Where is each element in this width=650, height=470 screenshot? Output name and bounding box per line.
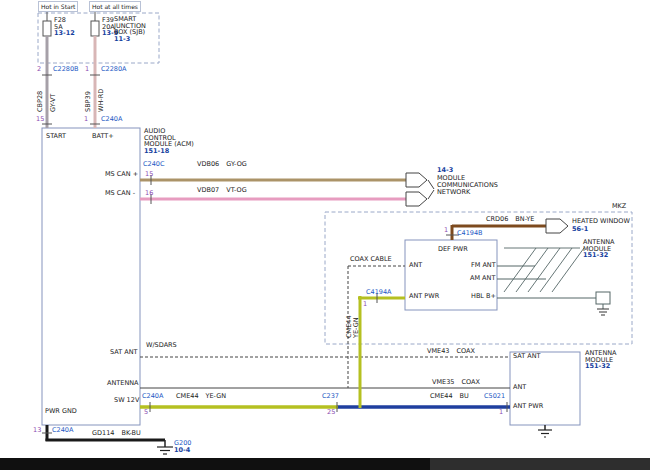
- mkz-module-pin-hbl: HBL B+: [471, 293, 496, 300]
- wire-label-cme44-bu: CME44BU: [430, 393, 469, 400]
- wire-circuit: VME43: [427, 347, 449, 355]
- network-arrow-icon: [406, 192, 427, 206]
- wire-color-sbp39: WH-RD: [98, 89, 105, 112]
- wire-color-cbp28: GY-VT: [50, 94, 57, 112]
- acm-pin-ms-can-lo: MS CAN -: [105, 190, 135, 197]
- wire-color-code: COAX: [456, 347, 474, 355]
- pin-number: 1: [363, 301, 367, 308]
- antenna-module-pin-ant: ANT: [513, 384, 526, 391]
- heated-window-arrow-icon: [546, 219, 568, 233]
- connector-c4194b: C4194B: [457, 230, 483, 237]
- acm-pin-batt: BATT+: [92, 133, 114, 140]
- wire-circuit: CME44: [430, 392, 453, 400]
- wire-label-vdb06: VDB06GY-OG: [197, 161, 247, 168]
- network-arrow-icon: [406, 173, 427, 187]
- mkz-module-pin-fm-ant: FM ANT: [471, 262, 496, 269]
- wire-label-vdb07: VDB07VT-OG: [197, 187, 247, 194]
- wire-color-code: GY-OG: [226, 160, 247, 168]
- network-label-3: NETWORK: [437, 189, 470, 196]
- connector-c2280b: C2280B: [53, 66, 79, 73]
- heated-window-page-ref: 56-1: [572, 226, 588, 233]
- pin-number: 2: [37, 66, 41, 73]
- wire-circuit: CRD06: [486, 215, 508, 223]
- wire-circuit: VDB06: [197, 160, 219, 168]
- wire-color-code: BN-YE: [515, 215, 534, 223]
- antenna-grid-icon: [504, 248, 584, 292]
- pin-number: 1: [85, 66, 89, 73]
- fuse-icon: [91, 21, 99, 36]
- hot-in-start-label: Hot in Start: [38, 1, 78, 12]
- wire-color-code: YE-GN: [206, 392, 227, 400]
- wire-label-vme35: VME35COAX: [432, 379, 480, 386]
- connector-c2280a: C2280A: [101, 66, 127, 73]
- pin-number: 15: [36, 116, 44, 123]
- connector-c240a: C240A: [101, 116, 122, 123]
- wire-color-code: BU: [460, 392, 469, 400]
- mkz-module-pin-ant-pwr: ANT PWR: [409, 293, 439, 300]
- acm-pin-sat-ant: SAT ANT: [110, 349, 138, 356]
- antenna-module-pin-sat-ant: SAT ANT: [513, 353, 541, 360]
- wire-label-cme44-yegn: CME44YE-GN: [176, 393, 226, 400]
- wire-label-gd114: GD114BK-BU: [92, 430, 141, 437]
- wire-circuit: VME35: [432, 378, 454, 386]
- wire-label-crd06: CRD06BN-YE: [486, 216, 534, 223]
- connector-c237: C237: [322, 393, 339, 400]
- wire-color-code: BK-BU: [121, 429, 140, 437]
- wire-color-cme44-vertical: YE-GN: [353, 317, 360, 338]
- sdars-option-label: W/SDARS: [146, 342, 177, 349]
- wire-color-code: COAX: [461, 378, 479, 386]
- wire-color-code: VT-OG: [226, 186, 247, 194]
- connector-c240c: C240C: [143, 161, 164, 168]
- heated-window-label: HEATED WINDOW: [572, 218, 630, 225]
- pin-number: 13: [33, 427, 41, 434]
- mkz-module-page-ref: 151-32: [583, 252, 608, 259]
- pin-number: 25: [327, 409, 335, 416]
- ms-can-bus: [140, 173, 434, 206]
- connector-c5021: C5021: [484, 393, 505, 400]
- pin-number: 15: [145, 171, 153, 178]
- acm-pin-pwr-gnd: PWR GND: [45, 408, 77, 415]
- hot-at-all-times-label: Hot at all times: [89, 1, 141, 12]
- pin-number: 1: [499, 409, 503, 416]
- acm-pin-ms-can-hi: MS CAN +: [105, 171, 138, 178]
- connector-c4194a: C4194A: [366, 289, 392, 296]
- pin-number: 1: [444, 227, 448, 234]
- mkz-module-pin-ant: ANT: [409, 262, 422, 269]
- mkz-module-pin-def-pwr: DEF PWR: [438, 246, 468, 253]
- antenna-module-page-ref: 151-32: [585, 363, 610, 370]
- wire-label-cbp28: CBP28: [37, 91, 44, 112]
- wire-label-sbp39: SBP39: [85, 91, 92, 112]
- wire-circuit: VDB07: [197, 186, 219, 194]
- fuse-icon: [43, 21, 51, 36]
- wire-circuit: GD114: [92, 429, 114, 437]
- acm-pin-antenna: ANTENNA: [107, 380, 139, 387]
- mkz-module-pin-am-ant: AM ANT: [470, 275, 495, 282]
- pin-number: 1: [84, 116, 88, 123]
- ground-symbol-icon: [538, 425, 552, 437]
- coax-cable-label: COAX CABLE: [350, 256, 392, 263]
- pin-number: 16: [145, 190, 153, 197]
- network-page-ref: 14-3: [437, 167, 453, 174]
- acm-page-ref: 151-18: [144, 148, 169, 155]
- acm-pin-sw-12v: SW 12V: [114, 397, 139, 404]
- sjb-page-ref: 11-3: [114, 36, 130, 43]
- acm-pin-start: START: [46, 133, 66, 140]
- connector-c240a-gnd: C240A: [52, 427, 73, 434]
- ground-symbol-icon: [157, 447, 173, 454]
- ground-page-ref: 10-4: [174, 447, 190, 454]
- wire-label-vme43: VME43COAX: [427, 348, 475, 355]
- connector-c240a-sw: C240A: [142, 393, 163, 400]
- antenna-module-pin-ant-pwr: ANT PWR: [513, 403, 543, 410]
- fuse-f28-page-ref: 13-12: [54, 30, 75, 37]
- bottom-bar-right-segment: [430, 458, 650, 470]
- wiring-diagram: Hot in Start Hot at all times F28 5A 13-…: [0, 0, 650, 470]
- mkz-option-label: MKZ: [612, 203, 626, 210]
- ground-symbol-icon: [597, 309, 609, 315]
- wire-circuit: CME44: [176, 392, 199, 400]
- pin-number: 5: [144, 409, 148, 416]
